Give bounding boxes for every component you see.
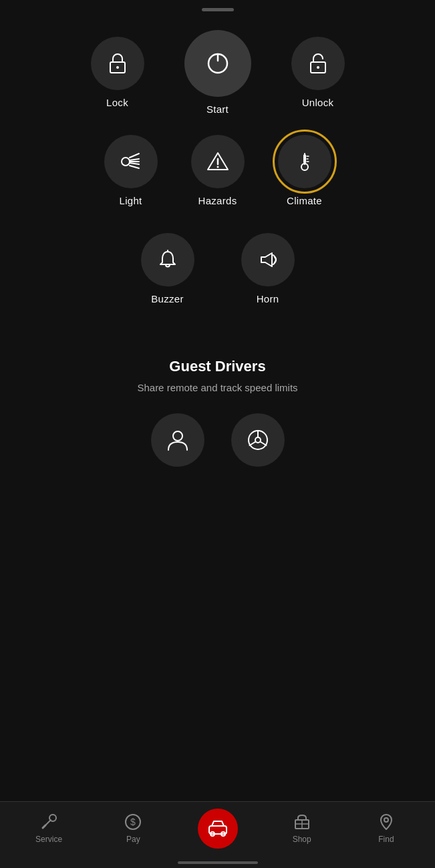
buzzer-label: Buzzer xyxy=(151,293,184,304)
unlock-icon-circle xyxy=(291,37,345,90)
car-icon xyxy=(206,817,229,840)
guest-driver-buttons xyxy=(27,413,408,467)
svg-line-7 xyxy=(130,154,139,158)
svg-point-6 xyxy=(122,158,130,166)
nav-shop[interactable]: Shop xyxy=(260,813,344,844)
horn-button[interactable]: Horn xyxy=(241,233,295,304)
bottom-nav: Service $ Pay Shop xyxy=(0,801,435,868)
steering-button[interactable] xyxy=(231,413,285,467)
unlock-label: Unlock xyxy=(302,97,334,108)
climate-label: Climate xyxy=(287,195,322,206)
horn-label: Horn xyxy=(257,293,279,304)
top-controls-row: Lock Start Unlock xyxy=(0,30,435,115)
hazards-icon xyxy=(206,150,230,174)
pay-nav-label: Pay xyxy=(126,835,140,844)
wrench-icon xyxy=(40,813,57,831)
svg-point-22 xyxy=(173,431,182,441)
shop-icon xyxy=(293,813,311,831)
start-button[interactable]: Start xyxy=(184,30,251,115)
svg-line-27 xyxy=(260,442,266,446)
steering-icon xyxy=(245,427,271,453)
unlock-button[interactable]: Unlock xyxy=(291,37,345,108)
add-guest-button[interactable] xyxy=(151,413,204,467)
buzzer-icon-circle xyxy=(141,233,194,286)
drag-handle xyxy=(0,0,435,17)
horn-icon-circle xyxy=(241,233,295,286)
horn-icon xyxy=(256,248,280,272)
start-icon-circle xyxy=(184,30,251,97)
unlock-icon xyxy=(306,51,330,75)
nav-find[interactable]: Find xyxy=(344,813,428,844)
lock-icon xyxy=(106,51,130,75)
buzzer-button[interactable]: Buzzer xyxy=(141,233,194,304)
climate-icon-circle xyxy=(278,135,331,188)
start-label: Start xyxy=(206,103,229,115)
home-indicator xyxy=(178,861,258,864)
svg-point-29 xyxy=(49,815,56,821)
svg-point-39 xyxy=(384,818,388,822)
shop-nav-label: Shop xyxy=(293,835,311,844)
climate-icon xyxy=(293,150,317,174)
nav-home[interactable] xyxy=(175,809,259,849)
light-button[interactable]: Light xyxy=(104,135,158,206)
power-icon xyxy=(203,49,233,78)
svg-line-30 xyxy=(43,825,45,828)
hazards-label: Hazards xyxy=(198,195,237,206)
buzzer-icon xyxy=(156,248,180,272)
pay-icon: $ xyxy=(124,813,142,831)
svg-rect-17 xyxy=(303,154,306,164)
svg-line-8 xyxy=(130,159,139,160)
find-icon xyxy=(378,813,395,831)
nav-service[interactable]: Service xyxy=(7,813,91,844)
lock-label: Lock xyxy=(106,97,128,108)
middle-controls-row: Light Hazards Climate xyxy=(0,135,435,206)
climate-button[interactable]: Climate xyxy=(278,135,331,206)
service-nav-label: Service xyxy=(35,835,62,844)
guest-drivers-subtitle: Share remote and track speed limits xyxy=(27,382,408,393)
bottom-controls-row: Buzzer Horn xyxy=(0,233,435,304)
svg-line-10 xyxy=(130,163,139,164)
guest-drivers-title: Guest Drivers xyxy=(27,358,408,375)
find-nav-label: Find xyxy=(378,835,394,844)
svg-point-5 xyxy=(317,66,319,69)
home-center-button[interactable] xyxy=(198,809,238,849)
svg-point-1 xyxy=(116,66,119,69)
light-icon-circle xyxy=(104,135,158,188)
hazards-button[interactable]: Hazards xyxy=(191,135,245,206)
lock-button[interactable]: Lock xyxy=(91,37,144,108)
nav-pay[interactable]: $ Pay xyxy=(91,813,175,844)
person-icon xyxy=(165,427,190,453)
svg-line-11 xyxy=(130,166,139,168)
hazards-icon-circle xyxy=(191,135,245,188)
svg-text:$: $ xyxy=(130,817,136,827)
lock-icon-circle xyxy=(91,37,144,90)
light-icon xyxy=(119,150,143,174)
guest-drivers-section: Guest Drivers Share remote and track spe… xyxy=(0,358,435,467)
svg-point-14 xyxy=(216,166,219,168)
light-label: Light xyxy=(119,195,142,206)
svg-line-26 xyxy=(249,442,255,446)
